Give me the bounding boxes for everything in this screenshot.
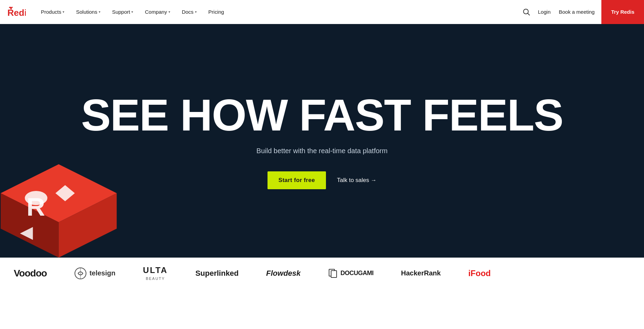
docugami-icon <box>328 269 338 278</box>
logo-hackerrank: HackerRank <box>401 269 441 277</box>
hero-section: R SEE HOW FAST FEELS Build better with t… <box>0 24 644 258</box>
products-chevron-icon: ▾ <box>63 10 64 14</box>
flowdesk-text: Flowdesk <box>266 269 301 278</box>
superlinked-text: Superlinked <box>195 269 239 278</box>
logo-flowdesk: Flowdesk <box>266 269 301 278</box>
hero-buttons: Start for free Talk to sales → <box>81 171 563 189</box>
ulta-subtext: Beauty <box>146 276 165 281</box>
ulta-text: ULTA <box>143 265 168 275</box>
nav-right: Login Book a meeting Try Redis <box>522 0 637 24</box>
nav-solutions-label: Solutions <box>76 9 97 15</box>
nav-solutions[interactable]: Solutions ▾ <box>71 6 105 18</box>
hero-content: SEE HOW FAST FEELS Build better with the… <box>81 93 563 189</box>
voodoo-text: Voodoo <box>14 268 47 279</box>
hero-title: SEE HOW FAST FEELS <box>81 93 563 137</box>
svg-line-2 <box>527 13 530 15</box>
navbar: Redis Products ▾ Solutions ▾ Support ▾ C… <box>0 0 644 24</box>
hackerrank-text: HackerRank <box>401 269 441 277</box>
talk-to-sales-button[interactable]: Talk to sales → <box>337 177 376 184</box>
logo-voodoo: Voodoo <box>14 268 47 279</box>
svg-rect-13 <box>331 271 337 277</box>
solutions-chevron-icon: ▾ <box>99 10 100 14</box>
nav-pricing[interactable]: Pricing <box>204 6 229 18</box>
company-chevron-icon: ▾ <box>168 10 170 14</box>
logo-telesign: telesign <box>74 267 116 280</box>
logo-docugami: DOCUGAMI <box>328 269 373 278</box>
logos-bar: Voodoo telesign ULTA Beauty Superlinked … <box>0 258 644 288</box>
logo-ifood: iFood <box>468 269 491 278</box>
nav-company[interactable]: Company ▾ <box>140 6 175 18</box>
docugami-text: DOCUGAMI <box>340 270 373 277</box>
svg-text:Redis: Redis <box>7 8 26 18</box>
nav-pricing-label: Pricing <box>208 9 224 15</box>
nav-docs-label: Docs <box>182 9 194 15</box>
book-meeting-button[interactable]: Book a meeting <box>557 6 596 18</box>
telesign-text: telesign <box>89 269 116 277</box>
nav-products[interactable]: Products ▾ <box>36 6 69 18</box>
docs-chevron-icon: ▾ <box>195 10 197 14</box>
ifood-text: iFood <box>468 269 491 278</box>
nav-company-label: Company <box>145 9 167 15</box>
search-button[interactable] <box>522 7 531 17</box>
logo-ulta: ULTA Beauty <box>143 265 168 281</box>
try-redis-button[interactable]: Try Redis <box>601 0 644 24</box>
telesign-icon <box>74 267 87 280</box>
nav-links: Products ▾ Solutions ▾ Support ▾ Company… <box>36 6 522 18</box>
nav-support-label: Support <box>112 9 130 15</box>
nav-support[interactable]: Support ▾ <box>107 6 138 18</box>
hero-subtitle: Build better with the real-time data pla… <box>81 147 563 155</box>
login-button[interactable]: Login <box>537 6 552 18</box>
nav-docs[interactable]: Docs ▾ <box>177 6 201 18</box>
nav-products-label: Products <box>41 9 61 15</box>
logo[interactable]: Redis <box>7 5 26 19</box>
search-icon <box>523 8 530 16</box>
support-chevron-icon: ▾ <box>131 10 133 14</box>
svg-point-7 <box>25 191 47 205</box>
start-for-free-button[interactable]: Start for free <box>268 171 326 189</box>
logo-superlinked: Superlinked <box>195 269 239 278</box>
